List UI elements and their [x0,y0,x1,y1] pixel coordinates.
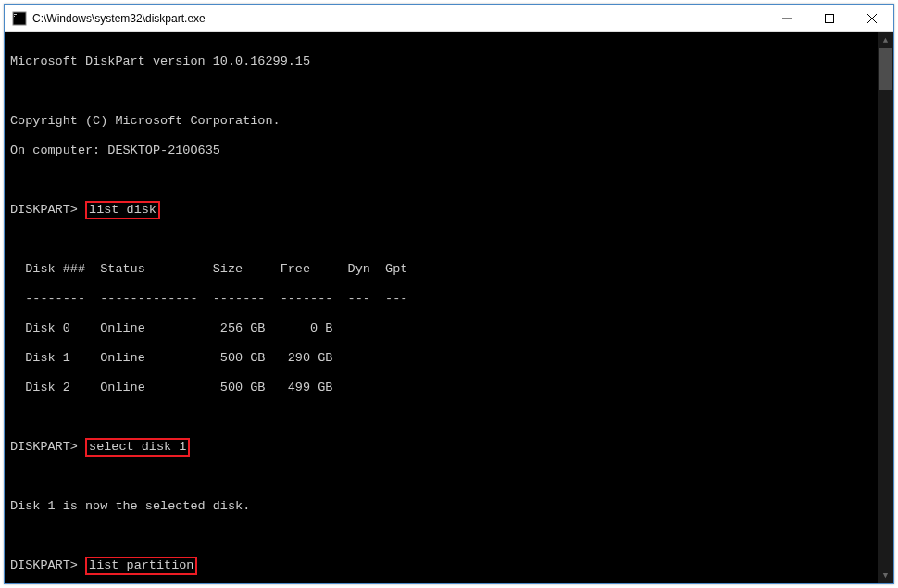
cmd-list-partition: list partition [85,557,197,575]
diskpart-window: C:\Windows\system32\diskpart.exe Microso… [4,4,894,584]
disk-row: Disk 1 Online 500 GB 290 GB [10,351,893,366]
cmd-select-disk: select disk 1 [85,438,190,457]
prompt-line-2: DISKPART> select disk 1 [10,440,893,455]
prompt: DISKPART> [10,203,78,217]
disk-row: Disk 2 Online 500 GB 499 GB [10,381,893,395]
scrollbar[interactable]: ▲ ▼ [878,32,893,583]
window-controls [766,5,893,31]
disk-sep: -------- ------------- ------- ------- -… [10,292,893,307]
svg-rect-1 [14,14,17,15]
blank [10,173,893,188]
maximize-button[interactable] [808,5,851,31]
prompt-line-3: DISKPART> list partition [10,558,893,573]
copyright-line: Copyright (C) Microsoft Corporation. [10,114,893,129]
window-title: C:\Windows\system32\diskpart.exe [32,12,766,25]
app-icon [12,11,27,26]
disk-row: Disk 0 Online 256 GB 0 B [10,321,893,336]
blank [10,529,893,544]
blank [10,410,893,425]
prompt: DISKPART> [10,440,78,454]
svg-rect-4 [826,14,834,22]
scrollbar-thumb[interactable] [879,48,892,90]
svg-rect-2 [14,16,15,17]
disk-header: Disk ### Status Size Free Dyn Gpt [10,262,893,277]
terminal-output[interactable]: Microsoft DiskPart version 10.0.16299.15… [5,32,893,583]
blank [10,469,893,484]
titlebar[interactable]: C:\Windows\system32\diskpart.exe [5,5,893,32]
version-line: Microsoft DiskPart version 10.0.16299.15 [10,55,893,69]
blank [10,84,893,99]
msg-disk-selected: Disk 1 is now the selected disk. [10,499,893,514]
prompt: DISKPART> [10,558,78,572]
minimize-button[interactable] [766,5,808,31]
cmd-list-disk: list disk [85,201,160,219]
blank [10,232,893,247]
computer-line: On computer: DESKTOP-210O635 [10,144,893,158]
scroll-down-icon[interactable]: ▼ [878,568,893,583]
scroll-up-icon[interactable]: ▲ [878,32,893,48]
close-button[interactable] [851,5,893,31]
prompt-line-1: DISKPART> list disk [10,203,893,218]
